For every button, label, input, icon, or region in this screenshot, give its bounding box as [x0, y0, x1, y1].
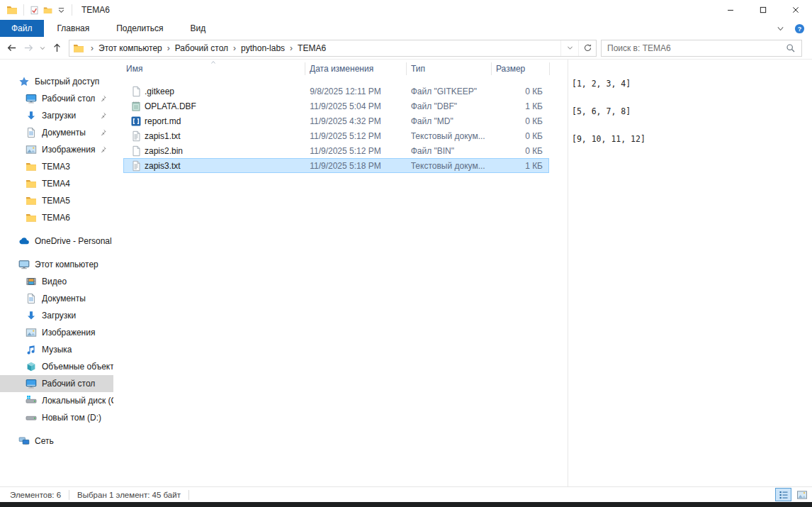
sidebar-item-local-disk-c[interactable]: Локальный диск (C:) [0, 392, 113, 409]
desktop-icon [26, 378, 37, 389]
system-drive-icon [26, 395, 37, 406]
qat-properties-icon[interactable] [30, 6, 39, 15]
pictures-icon [26, 327, 37, 338]
address-bar[interactable]: › Этот компьютер › Рабочий стол › python… [69, 40, 597, 57]
close-icon [791, 5, 801, 15]
file-row-oplata-dbf[interactable]: OPLATA.DBF 11/9/2025 5:04 PM Файл "DBF" … [123, 99, 549, 113]
refresh-button[interactable] [578, 40, 596, 56]
tab-view[interactable]: Вид [176, 20, 219, 37]
qat-customize-icon[interactable] [57, 6, 66, 15]
column-header-name[interactable]: Имя [126, 64, 310, 74]
ribbon-expand-chevron-icon[interactable] [776, 24, 785, 33]
preview-pane: [1, 2, 3, 4] [5, 6, 7, 8] [9, 10, 11, 12… [568, 60, 812, 488]
breadcrumb-python-labs[interactable]: python-labs [241, 43, 285, 53]
column-header-date-modified[interactable]: Дата изменения [310, 64, 411, 74]
forward-button[interactable] [20, 39, 37, 57]
up-button[interactable] [48, 39, 65, 57]
sidebar-item-new-volume-d[interactable]: Новый том (D:) [0, 409, 113, 426]
sidebar-item-this-pc[interactable]: Этот компьютер [0, 256, 113, 273]
sidebar-item-documents[interactable]: Документы [0, 290, 113, 307]
music-icon [26, 344, 37, 355]
sidebar-item-onedrive[interactable]: OneDrive - Personal [0, 233, 113, 250]
view-toggles [775, 488, 810, 501]
details-view-button[interactable] [775, 488, 791, 501]
sidebar-item-pictures-pinned[interactable]: Изображения [0, 141, 113, 158]
details-view-icon [778, 489, 789, 501]
sidebar-item-pictures[interactable]: Изображения [0, 324, 113, 341]
column-resize-handle[interactable] [491, 62, 492, 75]
back-button[interactable] [3, 39, 20, 57]
address-dropdown-button[interactable] [560, 40, 578, 56]
folder-icon [26, 212, 37, 223]
window-title: ТЕМА6 [81, 5, 110, 15]
preview-line: [5, 6, 7, 8] [572, 107, 812, 116]
titlebar: ТЕМА6 [0, 0, 812, 20]
sidebar-item-quick-access[interactable]: Быстрый доступ [0, 73, 113, 90]
text-file-icon [130, 130, 142, 142]
sidebar-item-videos[interactable]: Видео [0, 273, 113, 290]
folder-icon [26, 161, 37, 172]
breadcrumb-tema6[interactable]: ТЕМА6 [298, 43, 326, 53]
qat-new-folder-icon[interactable] [43, 6, 52, 15]
sidebar-item-desktop-pinned[interactable]: Рабочий стол [0, 90, 113, 107]
sidebar-item-tema4[interactable]: ТЕМА4 [0, 175, 113, 192]
search-icon[interactable] [786, 43, 796, 53]
sidebar-item-downloads-pinned[interactable]: Загрузки [0, 107, 113, 124]
sidebar-item-tema3[interactable]: ТЕМА3 [0, 158, 113, 175]
column-header-type[interactable]: Тип [411, 64, 496, 74]
tab-file[interactable]: Файл [0, 20, 44, 37]
3d-objects-icon [26, 361, 37, 372]
status-bar: Элементов: 6 Выбран 1 элемент: 45 байт [0, 486, 812, 502]
this-pc-icon [18, 259, 30, 270]
sidebar-item-downloads[interactable]: Загрузки [0, 307, 113, 324]
pin-icon [98, 111, 107, 120]
address-folder-icon [73, 43, 84, 54]
pictures-icon [26, 144, 37, 155]
sidebar-item-network[interactable]: Сеть [0, 433, 113, 450]
file-row-report-md[interactable]: report.md 11/9/2025 4:32 PM Файл "MD" 0 … [123, 113, 549, 128]
close-button[interactable] [779, 0, 812, 20]
column-resize-handle[interactable] [305, 62, 305, 75]
file-row-zapis3-txt-selected[interactable]: zapis3.txt 11/9/2025 5:18 PM Текстовый д… [123, 158, 549, 173]
file-row-gitkeep[interactable]: .gitkeep 9/8/2025 12:11 PM Файл "GITKEEP… [123, 84, 549, 99]
column-header-size[interactable]: Размер [496, 64, 525, 74]
breadcrumb-separator: › [167, 43, 170, 53]
breadcrumb-desktop[interactable]: Рабочий стол [175, 43, 228, 53]
sidebar-item-documents-pinned[interactable]: Документы [0, 124, 113, 141]
file-list-pane: Имя Дата изменения Тип Размер .gitkeep 9… [113, 60, 568, 486]
help-icon[interactable] [794, 23, 805, 34]
sidebar-item-desktop-selected[interactable]: Рабочий стол [0, 375, 113, 392]
ribbon-tabbar: Файл Главная Поделиться Вид [0, 20, 812, 37]
sidebar-item-music[interactable]: Музыка [0, 341, 113, 358]
sidebar-item-tema5[interactable]: ТЕМА5 [0, 192, 113, 209]
column-headers: Имя Дата изменения Тип Размер [113, 60, 568, 78]
search-input[interactable] [602, 43, 783, 53]
large-icons-view-button[interactable] [794, 488, 810, 501]
drive-icon [26, 412, 37, 423]
pin-icon [98, 94, 107, 103]
recent-locations-button[interactable] [37, 39, 48, 57]
back-arrow-icon [6, 43, 17, 53]
divider [72, 4, 72, 16]
blank-file-icon [130, 86, 142, 97]
minimize-icon [726, 5, 735, 15]
minimize-button[interactable] [714, 0, 747, 20]
column-resize-handle[interactable] [406, 62, 407, 75]
maximize-icon [758, 5, 768, 15]
column-resize-handle[interactable] [549, 62, 550, 75]
downloads-icon [26, 310, 37, 321]
divider [23, 4, 24, 16]
breadcrumb-this-pc[interactable]: Этот компьютер [98, 43, 162, 53]
tab-home[interactable]: Главная [44, 20, 103, 37]
maximize-button[interactable] [747, 0, 779, 20]
search-box [601, 40, 802, 57]
breadcrumb-separator: › [290, 43, 293, 53]
tab-share[interactable]: Поделиться [103, 20, 176, 37]
desktop-icon [26, 93, 37, 104]
sidebar-item-3d-objects[interactable]: Объемные объекты [0, 358, 113, 375]
items-count: Элементов: 6 [10, 491, 61, 499]
file-row-zapis1-txt[interactable]: zapis1.txt 11/9/2025 5:12 PM Текстовый д… [123, 128, 549, 143]
chevron-down-icon [566, 44, 574, 52]
file-row-zapis2-bin[interactable]: zapis2.bin 11/9/2025 5:12 PM Файл "BIN" … [123, 143, 549, 158]
sidebar-item-tema6[interactable]: ТЕМА6 [0, 209, 113, 226]
